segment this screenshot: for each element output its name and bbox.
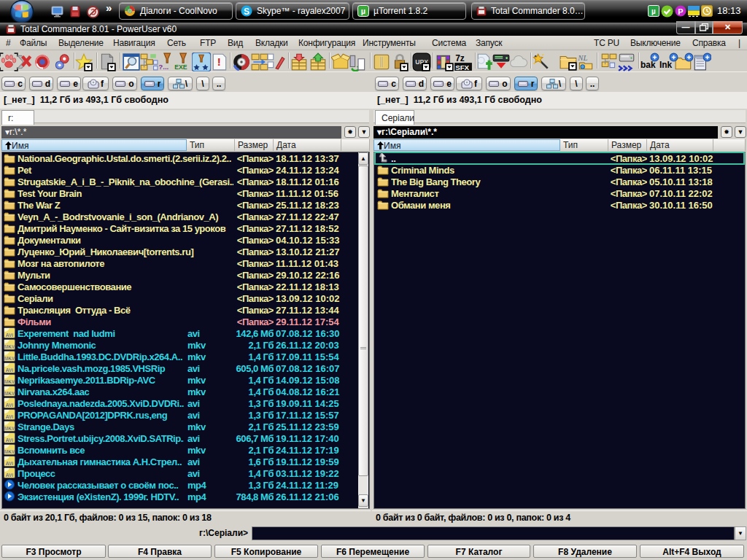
svg-text:AVI: AVI [6,438,14,443]
svg-text:MKV: MKV [4,449,15,454]
svg-text:MKV: MKV [4,391,15,396]
svg-text:AVI: AVI [6,368,14,373]
svg-text:MKV: MKV [4,344,15,349]
svg-text:7z: 7z [455,53,465,63]
svg-text:AVI: AVI [6,402,14,408]
svg-text:S: S [244,7,249,17]
svg-text:MKV: MKV [4,356,15,361]
svg-text:AVI: AVI [6,461,14,466]
svg-text:µ: µ [361,7,365,15]
svg-text:?...: ?... [158,63,169,71]
svg-text:Ink: Ink [659,60,673,70]
svg-text:MKV: MKV [4,426,15,431]
svg-text:NL: NL [577,53,587,62]
svg-text:!: ! [217,55,221,68]
svg-text:AVI: AVI [6,332,14,338]
svg-text:EXE: EXE [174,63,187,71]
svg-text:AVI: AVI [6,472,14,478]
svg-text:µ: µ [651,7,656,15]
svg-text:P: P [678,7,683,16]
svg-text:AVI: AVI [6,414,14,419]
svg-text:MKV: MKV [4,379,15,384]
svg-text:SFX: SFX [455,63,469,71]
